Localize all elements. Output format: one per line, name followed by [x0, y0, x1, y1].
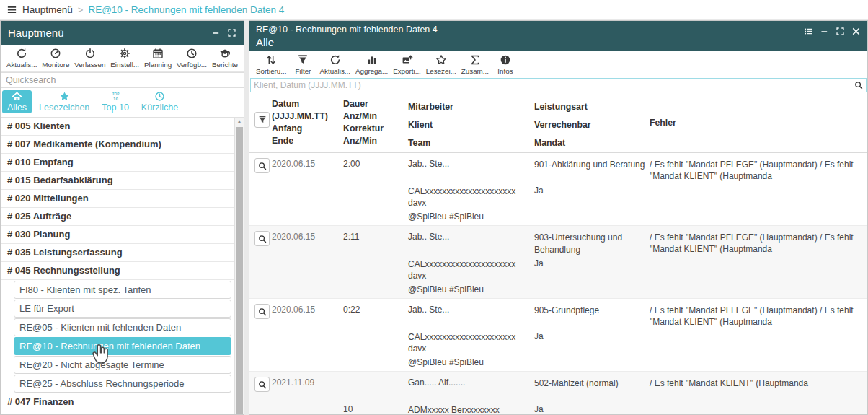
tab-alles[interactable]: Alles	[2, 90, 32, 113]
toolbar-button-refresh[interactable]: Aktualis...	[319, 54, 350, 75]
value-team: @SpiBleu #SpiBleu	[408, 357, 527, 367]
scrollbar[interactable]: ▲	[234, 118, 244, 414]
toolbar-button-gear[interactable]: Einstell...	[111, 48, 138, 69]
toolbar-button-export[interactable]: Exporti...	[393, 54, 421, 75]
cell-datum: 2020.06.15	[272, 299, 343, 371]
top10-icon: TOP10	[110, 91, 121, 102]
table-row[interactable]: 2020.06.152:00Jab.. Ste...CALxxxxxxxxxxx…	[249, 153, 867, 226]
menu-subitem[interactable]: FI80 - Klienten mit spez. Tarifen	[14, 281, 231, 299]
toolbar-button-gauge[interactable]: Monitore	[43, 48, 68, 69]
close-icon[interactable]	[851, 27, 861, 36]
cell-mitarbeiter: Jab.. Ste...CALxxxxxxxxxxxxxxxxxxxxx dav…	[408, 153, 534, 225]
breadcrumb-current[interactable]: RE@10 - Rechnungen mit fehlenden Daten 4	[88, 4, 284, 15]
menu-subitem[interactable]: RE@20 - Nicht abgesagte Termine	[14, 356, 231, 374]
header-filter-button[interactable]	[254, 112, 270, 128]
toolbar-button-filter[interactable]: Filter	[291, 54, 314, 75]
scrollbar-thumb[interactable]	[236, 127, 243, 414]
cell-leistungsart: 502-Mahlzeit (normal)Ja	[534, 372, 650, 414]
toolbar-button-label: Sortieru...	[256, 67, 286, 75]
table-row[interactable]: 2021.11.0910Gan..... Alf.......ADMxxxxx …	[249, 372, 867, 414]
menu-list: # 005 Klienten# 007 Medikamente (Kompend…	[1, 118, 234, 414]
value-klient: CALxxxxxxxxxxxxxxxxxxxxx davx	[408, 185, 527, 209]
tab-lesezeichen[interactable]: Lesezeichen	[34, 90, 94, 113]
column-header-datum[interactable]: Datum (JJJJ.MM.TT)AnfangEnde	[272, 93, 343, 152]
column-header-leistungsart[interactable]: LeistungsartVerrechenbarMandat	[534, 93, 650, 152]
value-verrechenbar: Ja	[534, 404, 544, 414]
toolbar-button-graduation-cap[interactable]: Berichte	[213, 48, 237, 69]
minimize-icon[interactable]	[211, 28, 221, 38]
menu-section[interactable]: # 007 Medikamente (Kompendium)	[1, 136, 234, 154]
toolbar-button-label: Aktualis...	[319, 67, 350, 75]
header-filter-cell	[254, 93, 272, 152]
column-header-mitarbeiter[interactable]: MitarbeiterKlientTeam	[408, 93, 534, 152]
toolbar-button-star-outline[interactable]: Lesezei...	[426, 54, 456, 75]
menu-section[interactable]: # 015 Bedarfsabklärung	[1, 172, 234, 190]
value-verrechenbar: Ja	[534, 258, 544, 268]
table-row[interactable]: 2020.06.150:22Jab.. Ste...CALxxxxxxxxxxx…	[249, 299, 867, 372]
cell-dauer: 10	[343, 372, 408, 414]
column-header-line: Mandat	[534, 134, 644, 152]
tab-top-10[interactable]: TOP10Top 10	[97, 90, 134, 113]
value-verrechenbar: Ja	[534, 185, 544, 196]
menu-section[interactable]: # 035 Leistungserfassung	[1, 244, 234, 262]
column-header-dauer[interactable]: DauerAnz/MinKorrekturAnz/Min	[343, 93, 408, 152]
menu-subitem[interactable]: LE für Export	[14, 300, 231, 318]
row-magnifier-button[interactable]	[254, 304, 270, 319]
export-icon	[402, 54, 413, 66]
toolbar-button-calendar[interactable]: Planning	[145, 48, 171, 69]
toolbar-button-refresh[interactable]: Aktualis...	[7, 48, 36, 69]
value-team: @SpiBleu #SpiBleu	[408, 211, 527, 222]
list-icon[interactable]	[804, 27, 813, 36]
menu-section[interactable]: # 020 Mitteilungen	[1, 190, 234, 208]
toolbar-button-clock[interactable]: Verfügb...	[177, 48, 206, 69]
breadcrumb-root[interactable]: Hauptmenü	[22, 4, 73, 15]
maximize-icon[interactable]	[836, 27, 845, 36]
menu-section[interactable]: # 005 Klienten	[1, 118, 234, 136]
menu-section[interactable]: # 030 Planung	[1, 226, 234, 244]
hand-cursor-icon	[89, 342, 111, 367]
toolbar-button-sigma[interactable]: Zusam...	[461, 54, 489, 75]
table-search-input[interactable]	[250, 78, 851, 92]
search-button[interactable]	[851, 78, 867, 92]
toolbar-button-power[interactable]: Verlassen	[75, 48, 105, 69]
tab-kürzliche[interactable]: Kürzliche	[136, 90, 183, 113]
menu-subitem[interactable]: RE@25 - Abschluss Rechnungsperiode	[14, 375, 231, 393]
scroll-up-icon[interactable]: ▲	[236, 118, 242, 125]
row-magnifier-button[interactable]	[254, 231, 270, 246]
cell-mitarbeiter: Jab.. Ste...CALxxxxxxxxxxxxxxxxxxxxx dav…	[408, 299, 534, 371]
power-icon	[84, 48, 96, 59]
cell-leistungsart: 901-Abklärung und BeratungJa	[534, 153, 650, 225]
cell-leistungsart: 903-Untersuchung und BehandlungJa	[534, 226, 650, 298]
menu-section[interactable]: # 025 Aufträge	[1, 208, 234, 226]
menu-section[interactable]: # 047 Finanzen	[1, 393, 234, 411]
search-icon	[854, 81, 863, 89]
menu-list-wrap: # 005 Klienten# 007 Medikamente (Kompend…	[1, 118, 244, 414]
menu-subitem[interactable]: RE@05 - Klienten mit fehlenden Daten	[14, 318, 231, 336]
maximize-icon[interactable]	[227, 28, 236, 38]
star-outline-icon	[435, 54, 447, 66]
toolbar-button-info[interactable]: Infos	[494, 54, 517, 75]
row-magnifier-button[interactable]	[254, 377, 270, 392]
row-magnifier-button[interactable]	[254, 158, 270, 173]
svg-text:10: 10	[113, 96, 118, 101]
column-header-fehler[interactable]: Fehler	[650, 93, 867, 152]
toolbar-button-bar-chart[interactable]: Aggrega...	[355, 54, 388, 75]
column-header-line: Fehler	[650, 117, 862, 129]
menu-section[interactable]: # 010 Empfang	[1, 154, 234, 172]
toolbar-button-label: Zusam...	[461, 67, 489, 75]
toolbar-button-label: Planning	[144, 61, 172, 69]
column-header-line: Ende	[272, 135, 337, 147]
hamburger-icon[interactable]	[6, 4, 17, 15]
table-row[interactable]: 2020.06.152:11Jab.. Ste...CALxxxxxxxxxxx…	[249, 226, 867, 299]
menu-subitem[interactable]: RE@10 - Rechnungen mit fehlenden Daten	[14, 337, 231, 355]
quicksearch-input[interactable]	[1, 72, 244, 88]
report-panel: RE@10 - Rechnungen mit fehlenden Daten 4…	[249, 20, 868, 415]
column-header-line: Leistungsart	[534, 98, 644, 116]
tab-label: Alles	[7, 102, 27, 113]
toolbar-button-sort[interactable]: Sortieru...	[256, 54, 286, 75]
minimize-icon[interactable]	[820, 27, 829, 36]
menu-section[interactable]: # 045 Rechnungsstellung	[1, 262, 234, 280]
info-icon	[500, 54, 511, 66]
menu-section[interactable]: # 049 FIN@US	[1, 411, 234, 414]
value-team: @SpiBleu #SpiBleu	[408, 284, 527, 294]
